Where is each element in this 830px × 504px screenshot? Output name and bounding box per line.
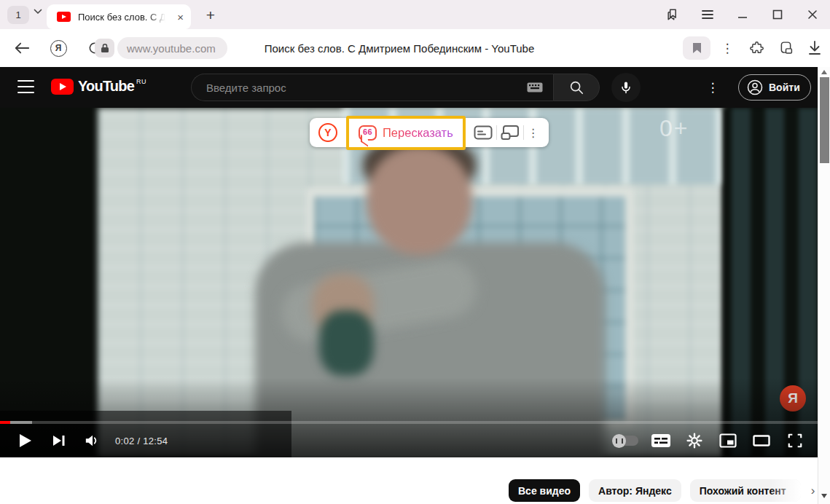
search-button[interactable] <box>553 74 600 101</box>
subtitles-button[interactable] <box>644 424 678 457</box>
tab-title: Поиск без слов. С Дми <box>78 12 165 23</box>
overlay-pip-icon[interactable] <box>497 118 523 147</box>
downloads-icon[interactable] <box>802 29 828 67</box>
voice-search-button[interactable] <box>611 73 641 102</box>
maximize-button[interactable] <box>760 0 795 29</box>
browser-menu-icon[interactable] <box>690 0 725 29</box>
quote-bubble-icon: 66 <box>359 125 377 141</box>
autoplay-toggle[interactable] <box>614 436 638 446</box>
fullscreen-button[interactable] <box>778 424 812 457</box>
video-player[interactable]: 0+ Y 66 Пересказать ⋮ Я <box>0 108 818 457</box>
close-window-button[interactable] <box>795 0 830 29</box>
chevron-down-icon[interactable] <box>34 9 42 15</box>
page-footer: Все видео Автор: Яндекс Похожий контент … <box>0 457 830 504</box>
play-button[interactable] <box>9 424 42 457</box>
yandex-browser-icon[interactable]: Y <box>318 123 337 142</box>
minimize-button[interactable] <box>725 0 760 29</box>
yandex-wallet-icon[interactable] <box>772 29 799 67</box>
url-field[interactable]: www.youtube.com <box>117 37 227 59</box>
guide-menu-icon[interactable] <box>17 80 34 93</box>
chip-author[interactable]: Автор: Яндекс <box>589 479 681 502</box>
active-tab[interactable]: Поиск без слов. С Дми × <box>47 4 191 29</box>
scrollbar-down-icon[interactable] <box>821 494 827 498</box>
miniplayer-button[interactable] <box>711 424 745 457</box>
next-button[interactable] <box>42 424 76 457</box>
youtube-favicon-icon <box>57 12 71 22</box>
page-scrollbar[interactable] <box>818 67 830 504</box>
theater-mode-button[interactable] <box>745 424 778 457</box>
settings-gear-icon[interactable] <box>678 424 711 457</box>
tab-counter-button[interactable]: 1 <box>7 6 29 24</box>
search-bar <box>191 74 600 101</box>
chips-scroll-right-icon[interactable]: › <box>811 484 815 498</box>
side-panels-icon[interactable] <box>655 0 690 29</box>
browser-window: 1 Поиск без слов. С Дми × + <box>0 0 830 504</box>
player-controls: 0:02 / 12:54 <box>0 424 818 457</box>
url-text: www.youtube.com <box>127 42 216 55</box>
youtube-logo-text: YouTube <box>78 78 134 95</box>
person-icon <box>746 79 764 96</box>
yandex-logo-icon: Я <box>50 40 67 57</box>
overlay-more-icon[interactable]: ⋮ <box>524 126 543 140</box>
extensions-icon[interactable] <box>743 29 770 67</box>
summarize-button-highlighted[interactable]: 66 Пересказать <box>346 116 466 150</box>
new-tab-button[interactable]: + <box>201 6 220 25</box>
filter-chips: Все видео Автор: Яндекс Похожий контент … <box>509 479 815 502</box>
youtube-logo[interactable]: YouTube RU <box>51 78 146 95</box>
overlay-subtitles-icon[interactable] <box>470 118 496 147</box>
tab-bar: 1 Поиск без слов. С Дми × + <box>0 0 830 29</box>
page-title: Поиск без слов. С Дмитрием Побединским -… <box>265 29 535 67</box>
youtube-header: YouTube RU ⋮ Войти <box>0 67 830 108</box>
scrollbar-thumb[interactable] <box>820 77 829 163</box>
tab-close-icon[interactable]: × <box>177 12 184 23</box>
youtube-region-label: RU <box>136 78 146 85</box>
ssl-lock-icon[interactable] <box>95 39 114 58</box>
address-bar: Я www.youtube.com Поиск без слов. С Дмит… <box>0 29 830 67</box>
chip-all-videos[interactable]: Все видео <box>509 479 580 502</box>
keyboard-icon[interactable] <box>527 82 543 92</box>
bookmark-button[interactable] <box>683 36 710 60</box>
search-input[interactable] <box>206 82 527 94</box>
yandex-video-toolbar: Y 66 Пересказать ⋮ <box>310 118 549 147</box>
address-menu-icon[interactable]: ⋮ <box>714 29 740 67</box>
time-display: 0:02 / 12:54 <box>115 436 168 446</box>
back-button[interactable] <box>9 29 35 67</box>
youtube-play-icon <box>51 79 74 95</box>
age-rating-label: 0+ <box>659 115 689 142</box>
youtube-menu-icon[interactable]: ⋮ <box>704 79 721 96</box>
sign-in-button[interactable]: Войти <box>738 74 811 101</box>
yandex-home-button[interactable]: Я <box>45 29 71 67</box>
tab-count: 1 <box>15 9 20 20</box>
volume-button[interactable] <box>76 424 109 457</box>
chip-similar-content[interactable]: Похожий контент <box>690 479 801 502</box>
sign-in-label: Войти <box>769 82 800 93</box>
scrollbar-up-icon[interactable] <box>821 70 827 74</box>
summarize-label: Пересказать <box>383 126 453 140</box>
